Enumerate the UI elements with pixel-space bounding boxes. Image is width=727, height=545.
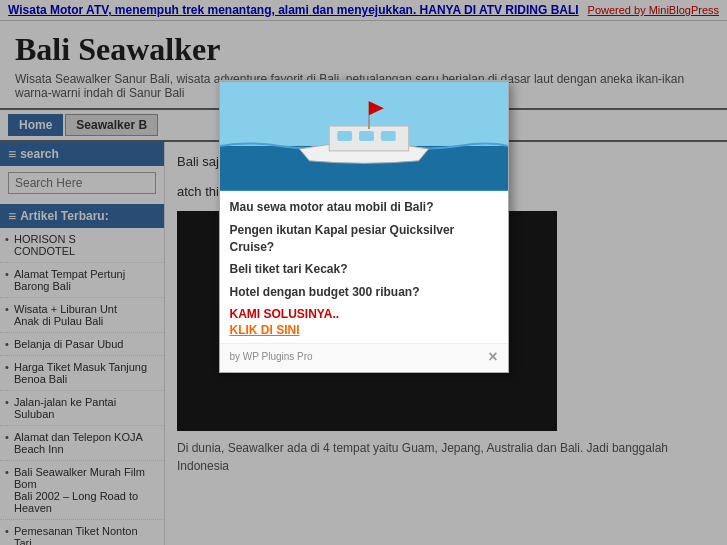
popup-text: Mau sewa motor atau mobil di Bali? Penge…: [220, 191, 508, 343]
popup-image: [220, 81, 508, 191]
popup-line-4: Hotel dengan budget 300 ribuan?: [230, 284, 498, 301]
svg-rect-3: [337, 131, 352, 141]
svg-rect-5: [380, 131, 395, 141]
popup-close-button[interactable]: ×: [488, 348, 497, 366]
popup-line-3: Beli tiket tari Kecak?: [230, 261, 498, 278]
popup-line-1: Mau sewa motor atau mobil di Bali?: [230, 199, 498, 216]
popup: Mau sewa motor atau mobil di Bali? Penge…: [219, 80, 509, 373]
popup-cta-link[interactable]: KLIK DI SINI: [230, 323, 498, 337]
popup-overlay: Mau sewa motor atau mobil di Bali? Penge…: [0, 0, 727, 545]
svg-rect-4: [359, 131, 374, 141]
popup-footer: by WP Plugins Pro ×: [220, 343, 508, 372]
popup-attribution: by WP Plugins Pro: [230, 351, 313, 362]
popup-solution: KAMI SOLUSINYA..: [230, 307, 498, 321]
popup-line-2: Pengen ikutan Kapal pesiar Quicksilver C…: [230, 222, 498, 256]
